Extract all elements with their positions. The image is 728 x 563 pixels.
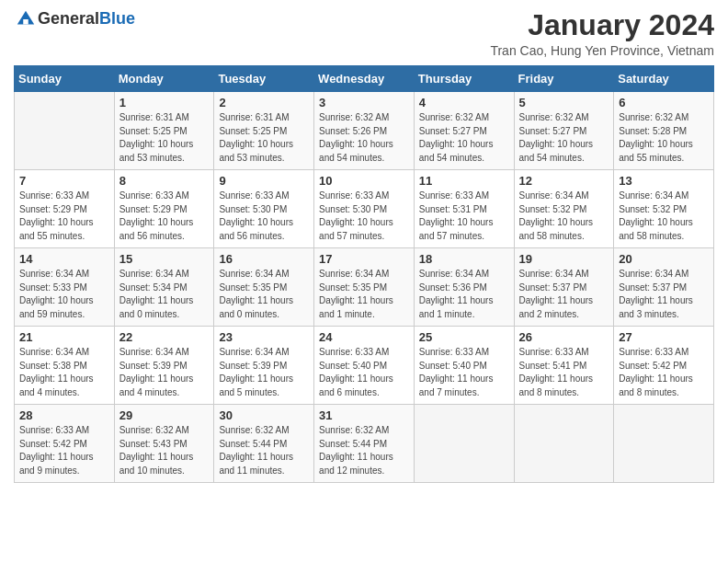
weekday-header-friday: Friday [514, 66, 614, 92]
day-number: 26 [519, 330, 609, 344]
logo-general-text: General [38, 10, 99, 29]
day-number: 18 [419, 252, 509, 266]
day-info: Sunrise: 6:34 AMSunset: 5:39 PMDaylight:… [119, 346, 210, 399]
day-number: 25 [419, 330, 509, 344]
day-info: Sunrise: 6:33 AMSunset: 5:30 PMDaylight:… [219, 190, 309, 243]
calendar-cell [414, 405, 514, 483]
day-info: Sunrise: 6:34 AMSunset: 5:37 PMDaylight:… [619, 268, 709, 321]
calendar-table: SundayMondayTuesdayWednesdayThursdayFrid… [14, 65, 714, 483]
logo-icon [16, 9, 36, 29]
day-info: Sunrise: 6:33 AMSunset: 5:42 PMDaylight:… [19, 424, 109, 477]
calendar-cell: 23Sunrise: 6:34 AMSunset: 5:39 PMDayligh… [214, 327, 314, 405]
calendar-cell: 31Sunrise: 6:32 AMSunset: 5:44 PMDayligh… [314, 405, 415, 483]
page-header: General Blue January 2024 Tran Cao, Hung… [14, 9, 714, 58]
day-number: 1 [119, 96, 210, 109]
day-info: Sunrise: 6:32 AMSunset: 5:28 PMDaylight:… [619, 111, 709, 165]
day-number: 19 [519, 252, 609, 266]
logo: General Blue [14, 9, 135, 29]
day-number: 10 [319, 174, 409, 188]
day-number: 22 [119, 330, 210, 344]
calendar-cell: 21Sunrise: 6:34 AMSunset: 5:38 PMDayligh… [15, 327, 115, 405]
calendar-cell [15, 92, 115, 170]
calendar-week-row: 28Sunrise: 6:33 AMSunset: 5:42 PMDayligh… [15, 405, 714, 483]
weekday-header-thursday: Thursday [414, 66, 514, 92]
day-number: 23 [219, 330, 309, 344]
day-info: Sunrise: 6:33 AMSunset: 5:30 PMDaylight:… [319, 190, 409, 243]
weekday-header-row: SundayMondayTuesdayWednesdayThursdayFrid… [15, 66, 714, 92]
day-info: Sunrise: 6:33 AMSunset: 5:29 PMDaylight:… [19, 190, 109, 243]
day-number: 5 [519, 96, 609, 109]
day-info: Sunrise: 6:32 AMSunset: 5:44 PMDaylight:… [219, 424, 309, 477]
day-number: 7 [19, 174, 109, 188]
calendar-cell: 16Sunrise: 6:34 AMSunset: 5:35 PMDayligh… [214, 248, 314, 327]
day-info: Sunrise: 6:34 AMSunset: 5:35 PMDaylight:… [319, 268, 409, 321]
day-info: Sunrise: 6:34 AMSunset: 5:33 PMDaylight:… [19, 268, 109, 321]
day-number: 20 [619, 252, 709, 266]
calendar-cell: 11Sunrise: 6:33 AMSunset: 5:31 PMDayligh… [414, 170, 514, 248]
calendar-cell: 24Sunrise: 6:33 AMSunset: 5:40 PMDayligh… [314, 327, 415, 405]
calendar-cell: 7Sunrise: 6:33 AMSunset: 5:29 PMDaylight… [15, 170, 115, 248]
calendar-cell: 2Sunrise: 6:31 AMSunset: 5:25 PMDaylight… [214, 92, 314, 170]
day-info: Sunrise: 6:32 AMSunset: 5:43 PMDaylight:… [119, 424, 210, 477]
calendar-week-row: 7Sunrise: 6:33 AMSunset: 5:29 PMDaylight… [15, 170, 714, 248]
calendar-week-row: 21Sunrise: 6:34 AMSunset: 5:38 PMDayligh… [15, 327, 714, 405]
calendar-cell: 8Sunrise: 6:33 AMSunset: 5:29 PMDaylight… [114, 170, 214, 248]
weekday-header-saturday: Saturday [614, 66, 714, 92]
day-info: Sunrise: 6:32 AMSunset: 5:27 PMDaylight:… [419, 111, 509, 165]
day-info: Sunrise: 6:31 AMSunset: 5:25 PMDaylight:… [119, 111, 210, 165]
day-info: Sunrise: 6:33 AMSunset: 5:40 PMDaylight:… [419, 346, 509, 399]
day-info: Sunrise: 6:34 AMSunset: 5:34 PMDaylight:… [119, 268, 210, 321]
calendar-cell: 27Sunrise: 6:33 AMSunset: 5:42 PMDayligh… [614, 327, 714, 405]
month-title: January 2024 [490, 9, 714, 41]
day-number: 3 [319, 96, 409, 109]
calendar-cell: 19Sunrise: 6:34 AMSunset: 5:37 PMDayligh… [514, 248, 614, 327]
weekday-header-sunday: Sunday [15, 66, 115, 92]
day-info: Sunrise: 6:33 AMSunset: 5:41 PMDaylight:… [519, 346, 609, 399]
calendar-cell: 28Sunrise: 6:33 AMSunset: 5:42 PMDayligh… [15, 405, 115, 483]
day-number: 29 [119, 408, 210, 422]
title-block: January 2024 Tran Cao, Hung Yen Province… [490, 9, 714, 58]
weekday-header-wednesday: Wednesday [314, 66, 415, 92]
day-info: Sunrise: 6:34 AMSunset: 5:35 PMDaylight:… [219, 268, 309, 321]
day-number: 16 [219, 252, 309, 266]
calendar-cell: 13Sunrise: 6:34 AMSunset: 5:32 PMDayligh… [614, 170, 714, 248]
day-info: Sunrise: 6:34 AMSunset: 5:36 PMDaylight:… [419, 268, 509, 321]
calendar-cell: 29Sunrise: 6:32 AMSunset: 5:43 PMDayligh… [114, 405, 214, 483]
day-number: 28 [19, 408, 109, 422]
day-number: 15 [119, 252, 210, 266]
day-info: Sunrise: 6:34 AMSunset: 5:38 PMDaylight:… [19, 346, 109, 399]
day-number: 24 [319, 330, 409, 344]
calendar-cell: 4Sunrise: 6:32 AMSunset: 5:27 PMDaylight… [414, 92, 514, 170]
day-number: 27 [619, 330, 709, 344]
day-number: 12 [519, 174, 609, 188]
day-number: 4 [419, 96, 509, 109]
day-number: 13 [619, 174, 709, 188]
calendar-week-row: 14Sunrise: 6:34 AMSunset: 5:33 PMDayligh… [15, 248, 714, 327]
day-number: 2 [219, 96, 309, 109]
calendar-cell: 9Sunrise: 6:33 AMSunset: 5:30 PMDaylight… [214, 170, 314, 248]
day-info: Sunrise: 6:34 AMSunset: 5:32 PMDaylight:… [619, 190, 709, 243]
location-text: Tran Cao, Hung Yen Province, Vietnam [490, 43, 714, 58]
day-number: 31 [319, 408, 409, 422]
svg-rect-1 [23, 19, 28, 25]
day-number: 8 [119, 174, 210, 188]
day-number: 30 [219, 408, 309, 422]
day-number: 6 [619, 96, 709, 109]
logo-blue-text: Blue [99, 10, 135, 29]
calendar-cell: 20Sunrise: 6:34 AMSunset: 5:37 PMDayligh… [614, 248, 714, 327]
calendar-cell: 10Sunrise: 6:33 AMSunset: 5:30 PMDayligh… [314, 170, 415, 248]
day-info: Sunrise: 6:32 AMSunset: 5:26 PMDaylight:… [319, 111, 409, 165]
weekday-header-tuesday: Tuesday [214, 66, 314, 92]
calendar-cell: 6Sunrise: 6:32 AMSunset: 5:28 PMDaylight… [614, 92, 714, 170]
day-info: Sunrise: 6:33 AMSunset: 5:31 PMDaylight:… [419, 190, 509, 243]
calendar-cell: 30Sunrise: 6:32 AMSunset: 5:44 PMDayligh… [214, 405, 314, 483]
day-info: Sunrise: 6:33 AMSunset: 5:29 PMDaylight:… [119, 190, 210, 243]
day-number: 14 [19, 252, 109, 266]
day-number: 9 [219, 174, 309, 188]
weekday-header-monday: Monday [114, 66, 214, 92]
day-info: Sunrise: 6:32 AMSunset: 5:44 PMDaylight:… [319, 424, 409, 477]
calendar-cell: 14Sunrise: 6:34 AMSunset: 5:33 PMDayligh… [15, 248, 115, 327]
calendar-cell [614, 405, 714, 483]
day-number: 11 [419, 174, 509, 188]
calendar-cell: 15Sunrise: 6:34 AMSunset: 5:34 PMDayligh… [114, 248, 214, 327]
